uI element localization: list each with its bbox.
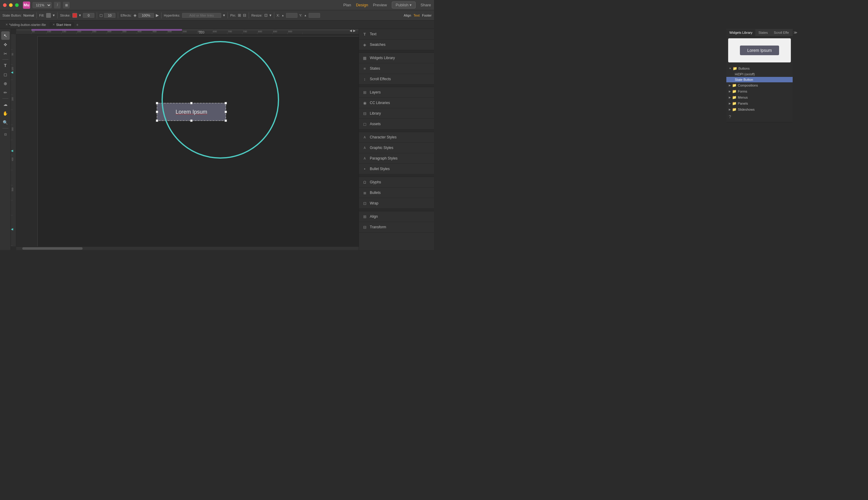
- left-toolbar: ↖ ✥ ✂ T ◻ ⊕ ✏ ☁ ✋ 🔍 ⊡: [0, 29, 11, 250]
- align-panel-label: Align: [370, 214, 378, 219]
- nav-share[interactable]: Share: [420, 3, 431, 7]
- footer-btn[interactable]: Footer: [422, 14, 431, 17]
- effects-value-input[interactable]: [138, 13, 154, 18]
- pin-label: Pin:: [230, 14, 236, 17]
- text-panel-label: Text: [370, 32, 377, 36]
- hyperlinks-dropdown-icon[interactable]: ▾: [223, 13, 225, 18]
- tab-close-1[interactable]: ✕: [5, 23, 8, 26]
- right-panel-text-item[interactable]: T Text: [359, 29, 434, 39]
- right-panel-states-item[interactable]: ≡ States: [359, 63, 434, 74]
- x-up-icon[interactable]: ▲: [281, 14, 284, 17]
- svg-text:500: 500: [11, 188, 14, 191]
- corner-value-input[interactable]: [104, 13, 115, 18]
- fill-tool-button[interactable]: ☁: [1, 100, 10, 109]
- add-tab-button[interactable]: +: [76, 22, 78, 27]
- stroke-dropdown-icon[interactable]: ▾: [79, 13, 81, 18]
- svg-text:300: 300: [11, 127, 14, 131]
- tab-close-2[interactable]: ✕: [53, 23, 55, 26]
- bottom-scroll-bar[interactable]: [16, 246, 359, 250]
- y-up-icon[interactable]: ▲: [304, 14, 307, 17]
- artboard: 320 Lorem Ipsum: [37, 36, 359, 247]
- align-btn[interactable]: Align: [404, 14, 411, 17]
- svg-text:50: 50: [11, 53, 14, 56]
- right-panel-widgets-item[interactable]: ▦ Widgets Library: [359, 53, 434, 63]
- corner-group: ◻: [100, 13, 115, 18]
- right-panel: T Text ◈ Swatches ▦ Widgets Library ≡ St…: [359, 29, 434, 250]
- right-panel-bullets-item[interactable]: ≣ Bullets: [359, 188, 434, 198]
- right-panel-transform-item[interactable]: ⊟ Transform: [359, 222, 434, 232]
- right-panel-glyphs-item[interactable]: Ω Glyphs: [359, 177, 434, 188]
- widgets-library-panel-label: Widgets Library: [370, 56, 395, 60]
- ellipse-tool-button[interactable]: ⊕: [1, 79, 10, 88]
- swatches-panel-label: Swatches: [370, 43, 385, 47]
- zoom-tool-button[interactable]: 🔍: [1, 118, 10, 127]
- right-panel-layers-item[interactable]: ⊞ Layers: [359, 87, 434, 98]
- toolbar-separator-8: [274, 12, 274, 19]
- right-panel-section-5: [359, 209, 434, 212]
- align-panel-icon: ⊞: [362, 214, 367, 219]
- state-value[interactable]: Normal: [23, 14, 34, 17]
- pin-icon2[interactable]: ⊟: [243, 13, 246, 18]
- export-icon[interactable]: ⤴: [54, 2, 61, 9]
- right-panel-paragraph-styles-item[interactable]: A Paragraph Styles: [359, 153, 434, 164]
- left-toolbar-sep-2: [2, 98, 9, 99]
- tab-start-here[interactable]: ✕ Start Here: [49, 22, 74, 27]
- nav-plan[interactable]: Plan: [343, 3, 351, 7]
- zoom-selector[interactable]: 121% 100% 150%: [33, 2, 51, 8]
- canvas-button-text: Lorem Ipsum: [175, 109, 207, 115]
- y-value-input[interactable]: 225: [309, 13, 320, 18]
- assets-panel-label: Assets: [370, 122, 381, 126]
- fill-swatch[interactable]: [46, 13, 51, 18]
- right-panel-character-styles-item[interactable]: A Character Styles: [359, 132, 434, 143]
- text-tool-button[interactable]: T: [1, 61, 10, 70]
- maximize-button[interactable]: [15, 3, 19, 7]
- canvas-button[interactable]: Lorem Ipsum: [157, 103, 226, 121]
- svg-text:100: 100: [11, 67, 14, 70]
- sel-handle-tl: [156, 102, 158, 104]
- character-styles-panel-icon: A: [362, 135, 367, 140]
- close-button[interactable]: [3, 3, 7, 7]
- tab-sliding-button[interactable]: ✕ *sliding-button-starter-file: [2, 22, 49, 27]
- widget-tool-button[interactable]: ⊡: [1, 130, 10, 138]
- move-tool-button[interactable]: ✥: [1, 41, 10, 49]
- right-panel-bullet-styles-item[interactable]: • Bullet Styles: [359, 164, 434, 174]
- effects-arrow-icon[interactable]: ▶: [156, 13, 159, 18]
- x-label: X:: [277, 14, 280, 17]
- resize-icon[interactable]: ⊡: [264, 13, 268, 18]
- publish-button[interactable]: Publish ▾: [392, 1, 416, 9]
- text-btn[interactable]: Text: [414, 14, 419, 17]
- hyperlinks-input[interactable]: [182, 13, 221, 18]
- bullet-styles-panel-icon: •: [362, 166, 367, 172]
- nav-design[interactable]: Design: [356, 3, 368, 7]
- nav-preview[interactable]: Preview: [373, 3, 387, 7]
- swatches-panel-icon: ◈: [362, 42, 367, 47]
- crop-tool-button[interactable]: ✂: [1, 49, 10, 58]
- svg-text:400: 400: [11, 157, 14, 161]
- pen-tool-button[interactable]: ✏: [1, 88, 10, 97]
- character-styles-panel-label: Character Styles: [370, 135, 397, 139]
- resize-dropdown-icon[interactable]: ▾: [269, 13, 271, 18]
- x-value-input[interactable]: 387: [286, 13, 298, 18]
- layout-icon[interactable]: ▦: [63, 2, 70, 9]
- right-panel-align-item[interactable]: ⊞ Align: [359, 212, 434, 222]
- toolbar-separator-1: [36, 12, 37, 19]
- right-panel-wrap-item[interactable]: ⊡ Wrap: [359, 198, 434, 209]
- hand-tool-button[interactable]: ✋: [1, 109, 10, 117]
- stroke-value-input[interactable]: [83, 13, 94, 18]
- effects-label: Effects:: [120, 14, 131, 17]
- right-panel-section-4: [359, 174, 434, 177]
- select-tool-button[interactable]: ↖: [1, 31, 10, 40]
- right-panel-swatches-item[interactable]: ◈ Swatches: [359, 39, 434, 50]
- right-panel-library-item[interactable]: ⊟ Library: [359, 108, 434, 119]
- stroke-swatch[interactable]: [72, 13, 77, 18]
- right-panel-cc-libraries-item[interactable]: ◉ CC Libraries: [359, 98, 434, 108]
- pin-icon[interactable]: ⊞: [238, 13, 241, 18]
- right-panel-scroll-effects-item[interactable]: ↕ Scroll Effects: [359, 74, 434, 84]
- right-panel-graphic-styles-item[interactable]: A Graphic Styles: [359, 143, 434, 153]
- fill-dropdown-icon[interactable]: ▾: [53, 13, 55, 18]
- right-panel-assets-item[interactable]: ◻ Assets: [359, 119, 434, 129]
- toolbar-separator-3: [97, 12, 97, 19]
- top-scroll-bar[interactable]: ◀▶: [16, 29, 359, 31]
- minimize-button[interactable]: [9, 3, 13, 7]
- rectangle-tool-button[interactable]: ◻: [1, 70, 10, 79]
